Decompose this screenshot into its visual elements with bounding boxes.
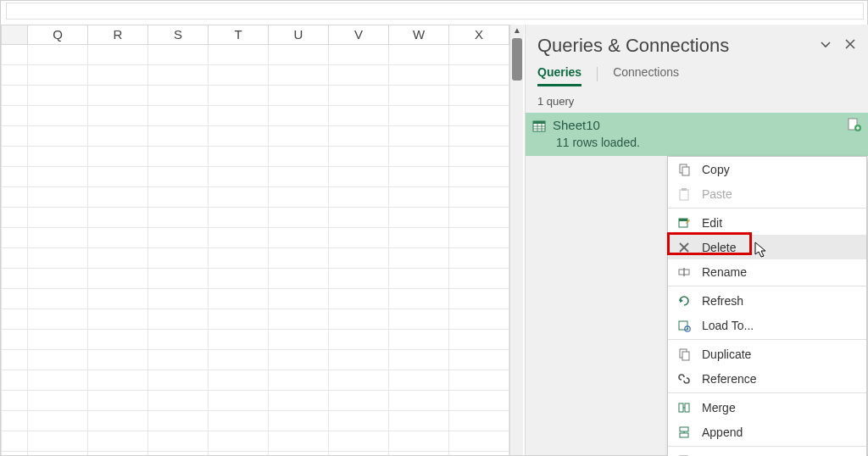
cell[interactable] — [88, 411, 148, 431]
row-header[interactable] — [1, 350, 28, 370]
cell[interactable] — [148, 431, 209, 452]
cell[interactable] — [389, 208, 449, 228]
cell[interactable] — [449, 126, 509, 147]
cell[interactable] — [449, 208, 509, 228]
row-header[interactable] — [1, 452, 28, 455]
cell[interactable] — [88, 289, 148, 309]
cell[interactable] — [389, 248, 449, 269]
cell[interactable] — [28, 106, 88, 126]
cell[interactable] — [88, 228, 148, 248]
cell[interactable] — [329, 391, 389, 411]
cell[interactable] — [148, 309, 209, 330]
cell[interactable] — [209, 370, 269, 391]
row-header[interactable] — [1, 411, 28, 431]
cell[interactable] — [269, 147, 329, 167]
cell[interactable] — [269, 248, 329, 269]
cell[interactable] — [269, 330, 329, 350]
cell[interactable] — [329, 187, 389, 208]
cell[interactable] — [148, 289, 209, 309]
cell[interactable] — [209, 45, 269, 65]
cell[interactable] — [269, 45, 329, 65]
cell[interactable] — [28, 309, 88, 330]
cell[interactable] — [269, 431, 329, 452]
cell[interactable] — [148, 187, 209, 208]
cell[interactable] — [269, 289, 329, 309]
cell[interactable] — [148, 147, 209, 167]
row-header[interactable] — [1, 391, 28, 411]
cell[interactable] — [88, 126, 148, 147]
row-header[interactable] — [1, 208, 28, 228]
cell[interactable] — [329, 248, 389, 269]
cell[interactable] — [329, 452, 389, 455]
cell[interactable] — [389, 65, 449, 86]
cell[interactable] — [88, 208, 148, 228]
cell[interactable] — [88, 370, 148, 391]
cell[interactable] — [148, 391, 209, 411]
cell[interactable] — [329, 370, 389, 391]
tab-connections[interactable]: Connections — [613, 65, 679, 86]
cell[interactable] — [449, 167, 509, 187]
cell[interactable] — [88, 167, 148, 187]
cell[interactable] — [329, 45, 389, 65]
cell[interactable] — [329, 269, 389, 289]
cell[interactable] — [329, 208, 389, 228]
row-header[interactable] — [1, 45, 28, 65]
cell[interactable] — [148, 208, 209, 228]
cell[interactable] — [209, 248, 269, 269]
cell[interactable] — [28, 45, 88, 65]
cell[interactable] — [329, 411, 389, 431]
cell[interactable] — [449, 431, 509, 452]
close-icon[interactable] — [844, 38, 856, 53]
cell[interactable] — [389, 289, 449, 309]
column-header[interactable]: X — [449, 25, 509, 45]
cell[interactable] — [148, 370, 209, 391]
cell[interactable] — [449, 309, 509, 330]
cell[interactable] — [209, 350, 269, 370]
cell[interactable] — [449, 391, 509, 411]
column-header[interactable]: V — [329, 25, 389, 45]
cell[interactable] — [148, 65, 209, 86]
cell[interactable] — [269, 65, 329, 86]
cell[interactable] — [449, 248, 509, 269]
cell[interactable] — [449, 147, 509, 167]
row-header[interactable] — [1, 147, 28, 167]
row-header[interactable] — [1, 289, 28, 309]
cell[interactable] — [269, 269, 329, 289]
cell[interactable] — [28, 269, 88, 289]
cell[interactable] — [209, 431, 269, 452]
cell[interactable] — [209, 228, 269, 248]
cell[interactable] — [28, 208, 88, 228]
cell[interactable] — [209, 411, 269, 431]
cell[interactable] — [88, 86, 148, 106]
column-header[interactable]: U — [269, 25, 329, 45]
cell[interactable] — [269, 167, 329, 187]
row-header[interactable] — [1, 370, 28, 391]
cell[interactable] — [148, 86, 209, 106]
cell[interactable] — [449, 86, 509, 106]
cell[interactable] — [329, 350, 389, 370]
vertical-scrollbar[interactable]: ▲ — [509, 25, 523, 455]
cell[interactable] — [28, 65, 88, 86]
cell[interactable] — [148, 248, 209, 269]
cell[interactable] — [389, 147, 449, 167]
cell[interactable] — [449, 411, 509, 431]
cell[interactable] — [28, 228, 88, 248]
cell[interactable] — [209, 208, 269, 228]
row-header[interactable] — [1, 431, 28, 452]
cell[interactable] — [148, 167, 209, 187]
cell[interactable] — [148, 350, 209, 370]
row-header[interactable] — [1, 309, 28, 330]
cell[interactable] — [389, 330, 449, 350]
cell[interactable] — [28, 370, 88, 391]
cell[interactable] — [28, 126, 88, 147]
cell[interactable] — [148, 126, 209, 147]
menu-load-to[interactable]: Load To... — [668, 313, 866, 337]
cell[interactable] — [88, 391, 148, 411]
cell[interactable] — [269, 350, 329, 370]
formula-bar[interactable] — [6, 3, 864, 19]
cell[interactable] — [209, 65, 269, 86]
cell[interactable] — [389, 431, 449, 452]
cell[interactable] — [269, 86, 329, 106]
row-header[interactable] — [1, 167, 28, 187]
cell[interactable] — [28, 167, 88, 187]
